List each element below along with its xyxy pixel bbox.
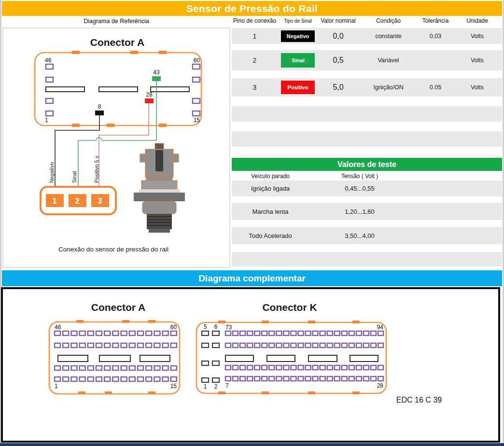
wire-label-positivo: Positivo 5 v bbox=[94, 155, 99, 183]
test-row: Ignição ligada 0,45...0,55 bbox=[232, 181, 502, 196]
ecu-label: EDC 16 C 39 bbox=[396, 396, 442, 404]
pin bbox=[212, 343, 219, 348]
connector-tab bbox=[262, 391, 269, 394]
pin bbox=[193, 77, 200, 82]
unit-cell: Volts bbox=[452, 33, 502, 40]
table-row: 1 Negativo 0,0 constante 0,03 Volts bbox=[232, 28, 502, 44]
empty-row bbox=[232, 252, 502, 266]
complementary-diagram: Conector A 46 60 1 15 Conector K bbox=[3, 289, 498, 440]
connector-tab bbox=[122, 320, 129, 323]
pin-row bbox=[225, 376, 383, 381]
connector-tab bbox=[352, 391, 360, 394]
connector-tab bbox=[308, 391, 315, 394]
reference-panel-title: Diagrama de Referência bbox=[2, 18, 230, 25]
value-cell: 0,5 bbox=[318, 56, 358, 65]
state-header: Veículo parado bbox=[232, 173, 309, 180]
table-row: 2 NSinalo 0,5 Variável Volts bbox=[232, 50, 502, 70]
sensor-pin-number: 1 bbox=[53, 197, 57, 205]
condition-cell: Ignição/ON bbox=[358, 84, 419, 91]
slot bbox=[308, 355, 337, 362]
pin bbox=[202, 331, 209, 335]
pin-number: 46 bbox=[45, 57, 52, 64]
table-row: 3 Positivo 5,0 Ignição/ON 0.05 Volts bbox=[232, 78, 502, 97]
voltage-cell: 0,45...0,55 bbox=[309, 185, 410, 192]
wire-label-negativo: Negativo bbox=[49, 162, 55, 183]
voltage-cell: 3,50...4,00 bbox=[309, 232, 410, 239]
pin-number: 46 bbox=[55, 324, 61, 331]
pin-number: 1 bbox=[204, 383, 207, 390]
complementary-diagram-box: Conector A 46 60 1 15 Conector K bbox=[1, 287, 500, 443]
pin-number: 60 bbox=[194, 57, 200, 64]
pin bbox=[212, 361, 219, 365]
connector-tab bbox=[72, 124, 80, 127]
pin-number: 43 bbox=[153, 69, 160, 76]
wire-label-sinal: Sinal bbox=[71, 171, 77, 183]
pin-number: 73 bbox=[225, 324, 232, 331]
pin bbox=[46, 77, 53, 82]
test-values-title: Valores de teste bbox=[337, 160, 396, 169]
footer-bar bbox=[0, 443, 504, 446]
black-pin bbox=[95, 111, 104, 115]
pin-number: 2 bbox=[214, 383, 218, 390]
signal-badge-positivo: Positivo bbox=[281, 81, 315, 94]
pin bbox=[202, 343, 209, 348]
reference-diagram: Conector A 46 60 1 bbox=[3, 28, 229, 267]
connector-tab bbox=[130, 51, 138, 54]
connector-tab bbox=[107, 124, 114, 127]
slot bbox=[99, 87, 138, 92]
pin-number: 60 bbox=[170, 324, 177, 331]
pin-number: 94 bbox=[377, 324, 384, 331]
tolerance-cell: 0.05 bbox=[419, 84, 452, 91]
reference-diagram-panel: Conector A 46 60 1 bbox=[2, 28, 230, 268]
connector-tab bbox=[105, 391, 112, 394]
voltage-header: Tensão ( Volt ) bbox=[309, 173, 410, 180]
connector-a-bottom-title: Conector A bbox=[91, 302, 145, 313]
unit-cell: Volts bbox=[452, 84, 502, 91]
slot bbox=[140, 355, 170, 362]
pin bbox=[193, 64, 200, 69]
pin bbox=[46, 111, 53, 116]
page: Sensor de Pressão do Rail Diagrama de Re… bbox=[0, 0, 504, 446]
test-values-column-headers: Veículo parado Tensão ( Volt ) bbox=[232, 172, 502, 180]
header-condition: Condição bbox=[358, 17, 419, 24]
pin-number: 1 bbox=[45, 117, 48, 124]
red-pin bbox=[145, 98, 154, 103]
pin bbox=[212, 331, 219, 335]
pin-number: 28 bbox=[377, 382, 384, 389]
slot bbox=[58, 355, 88, 362]
pin-number: 6 bbox=[214, 323, 218, 330]
value-cell: 5,0 bbox=[318, 83, 358, 92]
test-row: Todo Acelerado 3,50...4,00 bbox=[232, 227, 502, 244]
complementary-title: Diagrama complementar bbox=[198, 273, 306, 284]
pin-number: 5 bbox=[204, 323, 207, 330]
rail-pressure-sensor-image bbox=[134, 143, 185, 233]
pin-row bbox=[55, 343, 177, 348]
sensor-pin-number: 3 bbox=[98, 197, 102, 205]
condition-cell: Variável bbox=[358, 57, 419, 64]
wire-green bbox=[78, 81, 156, 194]
connector-tab bbox=[159, 51, 167, 54]
pin bbox=[202, 378, 209, 382]
connector-tab bbox=[218, 391, 225, 394]
pin-number: 28 bbox=[146, 91, 153, 98]
signal-badge-negativo: Negativo bbox=[281, 30, 315, 42]
slot bbox=[99, 355, 130, 362]
state-cell: Todo Acelerado bbox=[232, 232, 309, 239]
value-cell: 0,0 bbox=[318, 32, 358, 41]
pin-row bbox=[55, 366, 177, 370]
wire-black bbox=[55, 115, 99, 194]
pin-number: 15 bbox=[194, 117, 200, 124]
sensor-pin-number: 2 bbox=[75, 197, 80, 205]
slot bbox=[225, 355, 253, 362]
complementary-header: Diagrama complementar bbox=[2, 270, 502, 286]
pin-number: 8 bbox=[98, 103, 101, 110]
condition-cell: constante bbox=[358, 33, 419, 40]
header-pin: Pino de conexão bbox=[232, 17, 278, 24]
pin bbox=[202, 361, 209, 365]
pin-row bbox=[55, 331, 177, 335]
connector-tab bbox=[148, 391, 155, 394]
pin-number: 15 bbox=[170, 383, 177, 390]
pin bbox=[212, 378, 219, 382]
pin bbox=[193, 111, 200, 116]
connector-tab bbox=[352, 321, 360, 323]
